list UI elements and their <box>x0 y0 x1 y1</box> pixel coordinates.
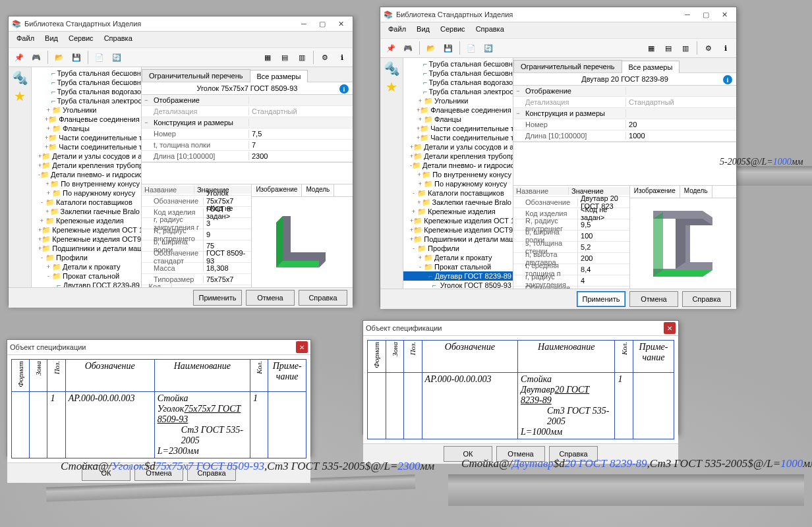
tree-node[interactable]: -📁Детали пневмо- и гидросистем <box>403 161 513 170</box>
tree-node[interactable]: -📁Профили <box>403 244 513 253</box>
tree-node[interactable]: -📁Детали пневмо- и гидросистем <box>32 170 141 179</box>
library-tree[interactable]: ⌐Труба стальная бесшовная ...⌐Труба стал… <box>403 58 513 289</box>
tree-node[interactable]: +📁Детали к прокату <box>32 262 141 271</box>
bolt-icon[interactable]: 🔩 <box>384 61 400 76</box>
settings-icon[interactable]: ⚙ <box>701 40 716 56</box>
tree-node[interactable]: ⌐Труба стальная бесшовная ... <box>32 78 141 87</box>
pin-icon[interactable]: 📌 <box>383 40 399 56</box>
open-icon[interactable]: 📂 <box>423 40 439 56</box>
tree-node[interactable]: -📁Прокат стальной <box>403 262 513 271</box>
maximize-button[interactable]: ▢ <box>697 8 715 21</box>
tree-node[interactable]: +📁Детали и узлы сосудов и аппаратов <box>32 152 141 161</box>
menu-file[interactable]: Файл <box>383 24 411 37</box>
tree-node[interactable]: +📁Детали крепления трубопроводов ... <box>32 161 141 170</box>
tab-all[interactable]: Все размеры <box>622 61 680 73</box>
open-icon[interactable]: 📂 <box>51 49 67 65</box>
tree-node[interactable]: +📁Заклепки гаечные Bralo <box>32 207 141 216</box>
tree-node[interactable]: +📁Подшипники и детали машин <box>403 235 513 244</box>
apply-button[interactable]: Применить <box>577 291 625 307</box>
tree-node[interactable]: +📁По наружному конусу <box>403 179 513 188</box>
tree-node[interactable]: +📁Фланцы <box>32 124 141 133</box>
titlebar[interactable]: 📚 Библиотека Стандартных Изделия ─ ▢ ✕ <box>9 16 353 32</box>
spec-des[interactable]: АР.000-00.00.003 <box>422 372 517 439</box>
save-icon[interactable]: 💾 <box>440 40 456 56</box>
refresh-icon[interactable]: 🔄 <box>480 40 496 56</box>
tree-node[interactable]: +📁Части соединительные трубопр... <box>403 124 513 133</box>
pin-icon[interactable]: 📌 <box>11 49 27 65</box>
tab-limit[interactable]: Ограничительный перечень <box>142 69 250 82</box>
menu-view[interactable]: Вид <box>411 24 435 37</box>
menu-file[interactable]: Файл <box>11 33 40 46</box>
menu-service[interactable]: Сервис <box>63 33 99 46</box>
layout1-icon[interactable]: ▦ <box>260 49 276 65</box>
tree-node[interactable]: +📁Части соединительные трубопр... <box>32 133 141 142</box>
menu-view[interactable]: Вид <box>40 33 63 46</box>
tree-node[interactable]: +📁По наружному конусу <box>32 188 141 198</box>
tab-image[interactable]: Изображение <box>630 186 680 198</box>
star-icon[interactable]: ★ <box>14 88 26 104</box>
tree-node[interactable]: +📁По внутреннему конусу <box>32 179 141 188</box>
doc-icon[interactable]: 📄 <box>463 40 479 56</box>
tree-node[interactable]: +📁Крепежные изделия ОСТ92 <box>403 225 513 235</box>
gamepad-icon[interactable]: 🎮 <box>400 40 416 56</box>
tab-all[interactable]: Все размеры <box>250 70 308 82</box>
layout2-icon[interactable]: ▤ <box>277 49 293 65</box>
menu-help[interactable]: Справка <box>99 33 138 46</box>
tree-node[interactable]: ⌐Двутавр ГОСТ 8239-89 <box>32 281 141 287</box>
tree-node[interactable]: ⌐Труба стальная водогазопр... <box>32 87 141 96</box>
close-button[interactable]: ✕ <box>296 341 308 353</box>
layout3-icon[interactable]: ▥ <box>678 40 693 56</box>
library-tree[interactable]: ⌐Труба стальная бесшовная ...⌐Труба стал… <box>32 67 141 287</box>
bolt-icon[interactable]: 🔩 <box>12 70 28 86</box>
tree-node[interactable]: -📁Профили <box>32 253 141 262</box>
spec-name[interactable]: Стойка Двутавр20 ГОСТ 8239-89 Ст3 ГОСТ 5… <box>518 372 615 439</box>
menu-service[interactable]: Сервис <box>435 24 471 37</box>
tab-model[interactable]: Модель <box>680 186 712 198</box>
tree-node[interactable]: ⌐Труба стальная бесшовная ... <box>403 69 513 78</box>
doc-icon[interactable]: 📄 <box>92 49 107 65</box>
menu-help[interactable]: Справка <box>471 24 509 37</box>
tree-node[interactable]: +📁Угольники <box>403 96 513 105</box>
spec-name[interactable]: Стойка Уголок75x75x7 ГОСТ 8509-93 Ст3 ГО… <box>154 391 250 458</box>
tree-node[interactable]: ⌐Двутавр ГОСТ 8239-89 <box>403 271 513 281</box>
tree-node[interactable]: +📁Детали и узлы сосудов и аппаратов <box>403 142 513 152</box>
help-button[interactable]: Справка <box>682 291 731 307</box>
info-icon[interactable]: i <box>339 84 349 94</box>
cancel-button[interactable]: Отмена <box>246 290 295 306</box>
tree-node[interactable]: +📁Фланцевые соединения по ГОС... <box>32 115 141 124</box>
tree-node[interactable]: +📁Крепежные изделия ОСТ 1 <box>403 216 513 225</box>
tree-node[interactable]: +📁Фланцы <box>403 115 513 124</box>
settings-icon[interactable]: ⚙ <box>317 49 333 65</box>
tree-node[interactable]: +📁Заклепки гаечные Bralo <box>403 198 513 207</box>
info-icon[interactable]: ℹ <box>718 40 734 56</box>
gamepad-icon[interactable]: 🎮 <box>28 49 44 65</box>
tree-node[interactable]: ⌐Труба стальная бесшовная ... <box>403 59 513 69</box>
tree-node[interactable]: -📁Каталоги поставщиков <box>32 198 141 207</box>
tree-node[interactable]: +📁Детали крепления трубопроводов ... <box>403 152 513 161</box>
maximize-button[interactable]: ▢ <box>313 17 332 30</box>
spec-des[interactable]: АР.000-00.00.003 <box>65 391 154 458</box>
minimize-button[interactable]: ─ <box>678 8 697 21</box>
tab-image[interactable]: Изображение <box>252 184 302 196</box>
tree-node[interactable]: +📁Крепежные изделия ОСТ92 <box>32 235 141 244</box>
info-icon[interactable]: ℹ <box>334 49 350 65</box>
tree-node[interactable]: +📁Подшипники и детали машин <box>32 244 141 253</box>
tree-node[interactable]: +📁Крепежные изделия <box>403 207 513 216</box>
layout3-icon[interactable]: ▥ <box>294 49 310 65</box>
tab-limit[interactable]: Ограничительный перечень <box>513 60 622 72</box>
tree-node[interactable]: +📁Крепежные изделия <box>32 216 141 225</box>
help-button[interactable]: Справка <box>299 290 347 306</box>
refresh-icon[interactable]: 🔄 <box>109 49 125 65</box>
apply-button[interactable]: Применить <box>193 290 242 306</box>
tree-node[interactable]: ⌐Труба стальная электросва... <box>32 96 141 105</box>
tree-node[interactable]: +📁По внутреннему конусу <box>403 170 513 179</box>
titlebar[interactable]: Объект спецификации ✕ <box>363 321 678 336</box>
close-button[interactable]: ✕ <box>715 8 734 21</box>
tree-node[interactable]: ⌐Труба стальная водогазопр... <box>403 78 513 87</box>
tab-model[interactable]: Модель <box>302 184 334 196</box>
tree-node[interactable]: +📁Детали к прокату <box>403 253 513 262</box>
tree-node[interactable]: ⌐Труба стальная электросва... <box>403 87 513 96</box>
tree-node[interactable]: +📁Части соединительные трубопр... <box>403 133 513 142</box>
layout1-icon[interactable]: ▦ <box>643 40 659 56</box>
close-button[interactable]: ✕ <box>664 322 676 334</box>
